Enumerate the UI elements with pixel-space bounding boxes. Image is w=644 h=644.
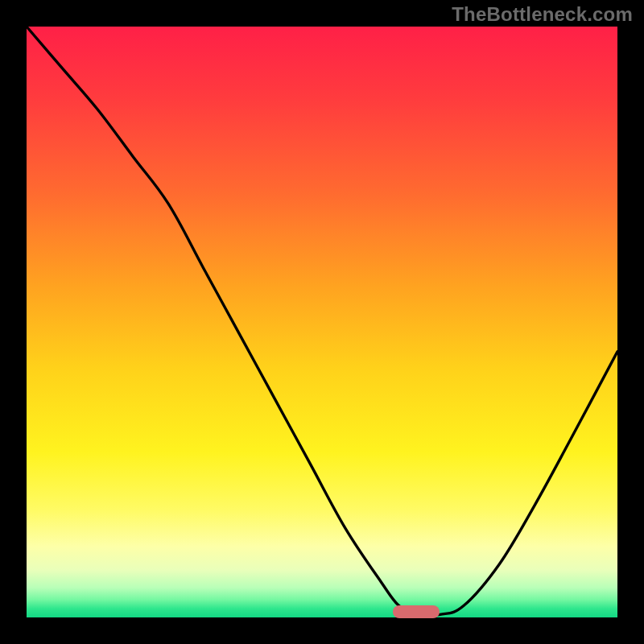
optimum-marker: [393, 605, 440, 618]
chart-plot-area: [27, 27, 617, 617]
chart-container: TheBottleneck.com: [0, 0, 644, 644]
bottleneck-curve: [27, 27, 617, 617]
watermark-text: TheBottleneck.com: [452, 3, 633, 26]
curve-path: [27, 27, 617, 616]
